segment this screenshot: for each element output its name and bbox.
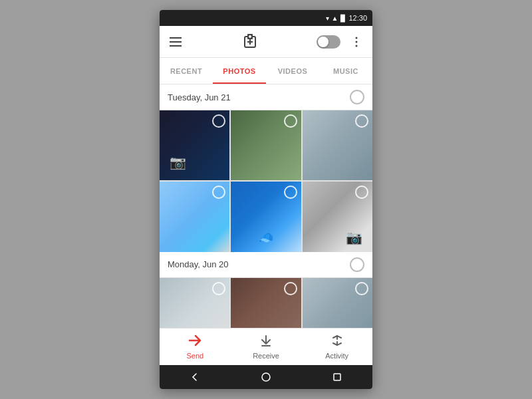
- tab-music[interactable]: MUSIC: [319, 58, 372, 84]
- date-group-1: Tuesday, Jun 21: [160, 84, 372, 252]
- home-icon: [261, 372, 271, 382]
- svg-point-2: [249, 35, 251, 38]
- tabs-bar: RECENT PHOTOS VIDEOS MUSIC: [160, 58, 372, 84]
- recents-button[interactable]: [328, 368, 346, 386]
- photo-cell-5[interactable]: [231, 182, 301, 251]
- photo-select-5[interactable]: [284, 186, 297, 199]
- photo-select-9[interactable]: [355, 282, 368, 295]
- time-display: 12:30: [348, 14, 367, 22]
- wifi-icon: ▾: [326, 15, 329, 22]
- svg-point-3: [356, 37, 358, 39]
- photo-cell-3[interactable]: [303, 110, 372, 180]
- bottom-nav: Send Receive Activity: [160, 328, 372, 365]
- more-vertical-icon: [350, 36, 362, 48]
- system-nav: [160, 365, 372, 389]
- photo-select-6[interactable]: [355, 186, 368, 199]
- date-group-2: Monday, Jun 20: [160, 252, 372, 328]
- photo-grid-2: [160, 278, 372, 328]
- date-label-2: Monday, Jun 20: [168, 259, 229, 269]
- photo-cell-2[interactable]: [231, 110, 301, 180]
- photo-select-2[interactable]: [284, 114, 297, 128]
- back-icon: [190, 372, 200, 382]
- photo-select-8[interactable]: [284, 282, 297, 295]
- hamburger-icon: [170, 37, 182, 47]
- toggle-switch[interactable]: [317, 35, 340, 49]
- nav-send[interactable]: Send: [160, 334, 231, 360]
- app-bar: [160, 26, 372, 58]
- photo-cell-7[interactable]: [160, 278, 229, 328]
- menu-button[interactable]: [165, 31, 186, 53]
- photo-select-4[interactable]: [212, 186, 225, 199]
- photo-grid-1: [160, 110, 372, 252]
- nav-activity[interactable]: Activity: [301, 334, 372, 360]
- date-header-2: Monday, Jun 20: [160, 252, 372, 278]
- tab-recent[interactable]: RECENT: [160, 58, 213, 84]
- photo-cell-8[interactable]: [231, 278, 301, 328]
- share-app-icon: [242, 33, 261, 51]
- photo-cell-4[interactable]: [160, 182, 229, 251]
- status-bar: ▾ ▲ ▉ 12:30: [160, 10, 372, 26]
- activity-label: Activity: [325, 352, 348, 360]
- photo-select-3[interactable]: [355, 114, 368, 128]
- activity-icon: [331, 334, 344, 350]
- signal-icon: ▲: [332, 15, 338, 22]
- home-button[interactable]: [257, 368, 275, 386]
- photo-select-1[interactable]: [212, 114, 225, 128]
- send-icon: [188, 334, 201, 350]
- tab-videos[interactable]: VIDEOS: [266, 58, 319, 84]
- svg-point-7: [262, 373, 270, 381]
- date-header-1: Tuesday, Jun 21: [160, 84, 372, 110]
- toggle-knob: [318, 37, 329, 47]
- more-menu-button[interactable]: [346, 31, 367, 53]
- date-group-checkbox-2[interactable]: [350, 257, 364, 272]
- receive-icon: [259, 334, 273, 350]
- back-button[interactable]: [186, 368, 204, 386]
- svg-rect-8: [334, 374, 340, 380]
- nav-receive[interactable]: Receive: [231, 334, 302, 360]
- recents-icon: [332, 372, 342, 382]
- phone-container: ▾ ▲ ▉ 12:30: [160, 10, 372, 389]
- tab-photos[interactable]: PHOTOS: [213, 58, 266, 84]
- toggle-container[interactable]: [317, 35, 340, 49]
- app-bar-title: [192, 33, 311, 51]
- photo-cell-1[interactable]: [160, 110, 229, 180]
- photo-cell-9[interactable]: [303, 278, 372, 328]
- status-bar-content: ▾ ▲ ▉ 12:30: [326, 14, 367, 22]
- svg-point-5: [356, 45, 358, 47]
- date-group-checkbox-1[interactable]: [350, 90, 364, 104]
- svg-point-4: [356, 41, 358, 43]
- date-label-1: Tuesday, Jun 21: [168, 92, 231, 102]
- photo-cell-6[interactable]: [303, 182, 372, 251]
- send-label: Send: [186, 352, 203, 360]
- receive-label: Receive: [253, 352, 279, 360]
- battery-icon: ▉: [340, 15, 346, 22]
- photo-select-7[interactable]: [212, 282, 225, 295]
- content-area: Tuesday, Jun 21: [160, 84, 372, 328]
